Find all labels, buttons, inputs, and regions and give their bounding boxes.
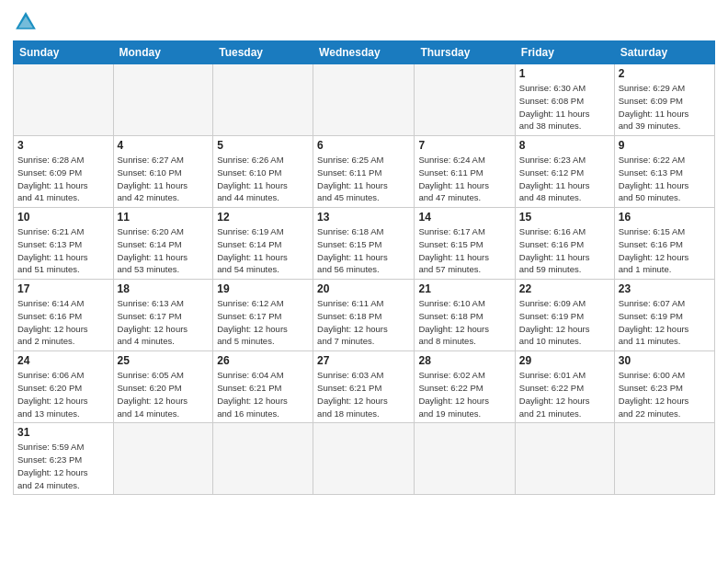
calendar-cell [113,423,213,495]
weekday-header-tuesday: Tuesday [213,41,313,64]
day-number: 15 [519,211,610,224]
day-info: Sunrise: 6:27 AMSunset: 6:10 PMDaylight:… [118,154,210,204]
day-number: 17 [17,282,109,295]
day-number: 31 [17,426,109,439]
calendar-cell [614,423,714,495]
day-number: 10 [17,211,109,224]
calendar-cell: 1Sunrise: 6:30 AMSunset: 6:08 PMDaylight… [515,64,614,136]
day-number: 11 [118,211,210,224]
calendar-cell [213,423,313,495]
day-info: Sunrise: 6:05 AMSunset: 6:20 PMDaylight:… [118,369,210,419]
day-number: 22 [519,282,610,295]
day-info: Sunrise: 6:28 AMSunset: 6:09 PMDaylight:… [17,154,109,204]
calendar-cell: 22Sunrise: 6:09 AMSunset: 6:19 PMDayligh… [515,280,614,351]
day-info: Sunrise: 6:18 AMSunset: 6:15 PMDaylight:… [317,225,410,276]
page: SundayMondayTuesdayWednesdayThursdayFrid… [0,0,728,563]
day-number: 5 [217,139,309,152]
day-number: 29 [519,354,610,367]
calendar-cell: 7Sunrise: 6:24 AMSunset: 6:11 PMDaylight… [415,136,515,208]
calendar-cell: 15Sunrise: 6:16 AMSunset: 6:16 PMDayligh… [515,208,614,280]
weekday-header-saturday: Saturday [614,41,714,64]
calendar-cell [415,64,515,136]
calendar-cell: 26Sunrise: 6:04 AMSunset: 6:21 PMDayligh… [213,351,313,423]
day-info: Sunrise: 6:16 AMSunset: 6:16 PMDaylight:… [519,225,610,276]
day-number: 9 [619,139,711,152]
calendar-cell [313,64,415,136]
calendar-cell: 5Sunrise: 6:26 AMSunset: 6:10 PMDaylight… [213,136,313,208]
day-info: Sunrise: 6:24 AMSunset: 6:11 PMDaylight:… [418,154,510,204]
day-number: 4 [118,139,210,152]
weekday-header-sunday: Sunday [14,41,114,64]
day-info: Sunrise: 6:00 AMSunset: 6:23 PMDaylight:… [619,369,711,419]
calendar-cell: 23Sunrise: 6:07 AMSunset: 6:19 PMDayligh… [614,280,714,351]
day-info: Sunrise: 6:12 AMSunset: 6:17 PMDaylight:… [217,297,309,348]
day-info: Sunrise: 6:25 AMSunset: 6:11 PMDaylight:… [317,154,410,204]
calendar-week-6: 31Sunrise: 5:59 AMSunset: 6:23 PMDayligh… [14,423,715,495]
day-info: Sunrise: 6:01 AMSunset: 6:22 PMDaylight:… [519,369,610,419]
calendar-cell [213,64,313,136]
calendar-cell: 13Sunrise: 6:18 AMSunset: 6:15 PMDayligh… [313,208,415,280]
day-info: Sunrise: 6:17 AMSunset: 6:15 PMDaylight:… [418,225,510,276]
calendar-table: SundayMondayTuesdayWednesdayThursdayFrid… [13,40,715,495]
calendar-cell: 2Sunrise: 6:29 AMSunset: 6:09 PMDaylight… [614,64,714,136]
day-number: 27 [317,354,410,367]
day-number: 3 [17,139,109,152]
weekday-row: SundayMondayTuesdayWednesdayThursdayFrid… [14,41,715,64]
day-info: Sunrise: 6:06 AMSunset: 6:20 PMDaylight:… [17,369,109,419]
calendar-week-4: 17Sunrise: 6:14 AMSunset: 6:16 PMDayligh… [14,280,715,351]
day-info: Sunrise: 5:59 AMSunset: 6:23 PMDaylight:… [17,441,109,491]
calendar-cell: 18Sunrise: 6:13 AMSunset: 6:17 PMDayligh… [113,280,213,351]
calendar-cell: 31Sunrise: 5:59 AMSunset: 6:23 PMDayligh… [14,423,114,495]
day-number: 12 [217,211,309,224]
day-number: 8 [519,139,610,152]
day-info: Sunrise: 6:30 AMSunset: 6:08 PMDaylight:… [519,82,610,132]
day-number: 6 [317,139,410,152]
calendar-week-5: 24Sunrise: 6:06 AMSunset: 6:20 PMDayligh… [14,351,715,423]
day-info: Sunrise: 6:13 AMSunset: 6:17 PMDaylight:… [118,297,210,348]
day-info: Sunrise: 6:03 AMSunset: 6:21 PMDaylight:… [317,369,410,419]
calendar-cell: 3Sunrise: 6:28 AMSunset: 6:09 PMDaylight… [14,136,114,208]
day-number: 26 [217,354,309,367]
day-number: 19 [217,282,309,295]
day-info: Sunrise: 6:21 AMSunset: 6:13 PMDaylight:… [17,225,109,276]
day-number: 24 [17,354,109,367]
calendar-cell [415,423,515,495]
calendar-header: SundayMondayTuesdayWednesdayThursdayFrid… [14,41,715,64]
day-number: 2 [619,67,711,80]
calendar-cell: 4Sunrise: 6:27 AMSunset: 6:10 PMDaylight… [113,136,213,208]
calendar-cell: 8Sunrise: 6:23 AMSunset: 6:12 PMDaylight… [515,136,614,208]
weekday-header-wednesday: Wednesday [313,41,415,64]
day-number: 14 [418,211,510,224]
calendar-cell: 30Sunrise: 6:00 AMSunset: 6:23 PMDayligh… [614,351,714,423]
day-info: Sunrise: 6:09 AMSunset: 6:19 PMDaylight:… [519,297,610,348]
calendar-week-1: 1Sunrise: 6:30 AMSunset: 6:08 PMDaylight… [14,64,715,136]
calendar-cell [313,423,415,495]
calendar-body: 1Sunrise: 6:30 AMSunset: 6:08 PMDaylight… [14,64,715,495]
generalblue-logo-icon [13,9,39,35]
logo [13,9,42,35]
weekday-header-friday: Friday [515,41,614,64]
day-number: 7 [418,139,510,152]
weekday-header-monday: Monday [113,41,213,64]
calendar-cell: 19Sunrise: 6:12 AMSunset: 6:17 PMDayligh… [213,280,313,351]
day-info: Sunrise: 6:23 AMSunset: 6:12 PMDaylight:… [519,154,610,204]
day-number: 28 [418,354,510,367]
calendar-cell: 25Sunrise: 6:05 AMSunset: 6:20 PMDayligh… [113,351,213,423]
calendar-cell [515,423,614,495]
day-number: 1 [519,67,610,80]
calendar-cell [113,64,213,136]
day-info: Sunrise: 6:26 AMSunset: 6:10 PMDaylight:… [217,154,309,204]
day-info: Sunrise: 6:20 AMSunset: 6:14 PMDaylight:… [118,225,210,276]
calendar-cell: 28Sunrise: 6:02 AMSunset: 6:22 PMDayligh… [415,351,515,423]
day-info: Sunrise: 6:11 AMSunset: 6:18 PMDaylight:… [317,297,410,348]
calendar-cell: 16Sunrise: 6:15 AMSunset: 6:16 PMDayligh… [614,208,714,280]
calendar-cell: 9Sunrise: 6:22 AMSunset: 6:13 PMDaylight… [614,136,714,208]
day-info: Sunrise: 6:15 AMSunset: 6:16 PMDaylight:… [619,225,711,276]
day-info: Sunrise: 6:29 AMSunset: 6:09 PMDaylight:… [619,82,711,132]
calendar-cell: 11Sunrise: 6:20 AMSunset: 6:14 PMDayligh… [113,208,213,280]
calendar-week-3: 10Sunrise: 6:21 AMSunset: 6:13 PMDayligh… [14,208,715,280]
calendar-cell [14,64,114,136]
day-number: 25 [118,354,210,367]
calendar-cell: 14Sunrise: 6:17 AMSunset: 6:15 PMDayligh… [415,208,515,280]
calendar-cell: 20Sunrise: 6:11 AMSunset: 6:18 PMDayligh… [313,280,415,351]
